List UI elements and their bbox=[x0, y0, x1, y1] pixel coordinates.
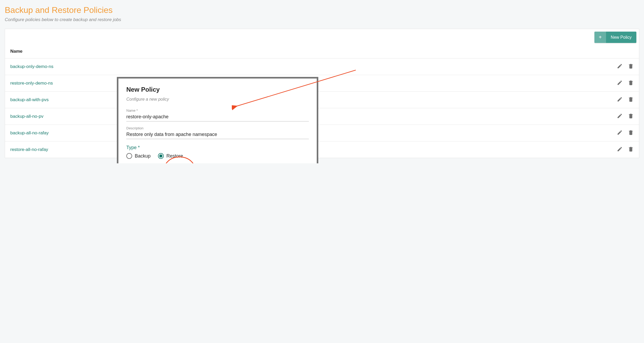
table-row: backup-only-demo-ns bbox=[5, 58, 639, 75]
type-field-label: Type * bbox=[126, 145, 309, 150]
type-radio-group: Backup Restore bbox=[126, 153, 309, 159]
policy-link[interactable]: restore-only-demo-ns bbox=[10, 81, 53, 86]
table-header-name: Name bbox=[5, 45, 639, 58]
new-policy-button[interactable]: + New Policy bbox=[594, 32, 636, 43]
radio-restore[interactable]: Restore bbox=[158, 153, 183, 159]
radio-backup-label: Backup bbox=[135, 153, 151, 159]
edit-icon[interactable] bbox=[617, 63, 623, 70]
table-row: backup-all-no-rafay bbox=[5, 125, 639, 141]
delete-icon[interactable] bbox=[628, 80, 634, 87]
policy-link[interactable]: backup-all-with-pvs bbox=[10, 97, 49, 102]
name-field-label: Name * bbox=[126, 109, 309, 112]
plus-icon: + bbox=[594, 32, 606, 43]
table-row: restore-all-no-rafay bbox=[5, 141, 639, 158]
delete-icon[interactable] bbox=[628, 146, 634, 153]
new-policy-label: New Policy bbox=[606, 32, 636, 43]
edit-icon[interactable] bbox=[617, 96, 623, 103]
modal-subtitle: Configure a new policy bbox=[126, 97, 309, 102]
page-title: Backup and Restore Policies bbox=[5, 5, 639, 15]
radio-restore-label: Restore bbox=[166, 153, 183, 159]
edit-icon[interactable] bbox=[617, 80, 623, 87]
edit-icon[interactable] bbox=[617, 113, 623, 120]
description-field-label: Description bbox=[126, 126, 309, 130]
row-actions bbox=[617, 63, 634, 70]
radio-icon bbox=[158, 153, 164, 159]
edit-icon[interactable] bbox=[617, 146, 623, 153]
delete-icon[interactable] bbox=[628, 63, 634, 70]
table-row: restore-only-demo-ns bbox=[5, 75, 639, 92]
row-actions bbox=[617, 130, 634, 136]
policies-card: + New Policy Name backup-only-demo-nsres… bbox=[5, 29, 639, 158]
page-subtitle: Configure policies below to create backu… bbox=[5, 17, 639, 22]
name-input[interactable] bbox=[126, 113, 309, 121]
edit-icon[interactable] bbox=[617, 130, 623, 136]
delete-icon[interactable] bbox=[628, 113, 634, 120]
radio-backup[interactable]: Backup bbox=[126, 153, 151, 159]
row-actions bbox=[617, 80, 634, 87]
description-input[interactable] bbox=[126, 131, 309, 139]
delete-icon[interactable] bbox=[628, 130, 634, 136]
policy-link[interactable]: restore-all-no-rafay bbox=[10, 147, 48, 152]
row-actions bbox=[617, 96, 634, 103]
row-actions bbox=[617, 113, 634, 120]
card-toolbar: + New Policy bbox=[5, 29, 639, 45]
modal-title: New Policy bbox=[126, 86, 309, 93]
delete-icon[interactable] bbox=[628, 96, 634, 103]
policy-link[interactable]: backup-only-demo-ns bbox=[10, 64, 53, 69]
policy-link[interactable]: backup-all-no-pv bbox=[10, 114, 44, 119]
table-row: backup-all-no-pv bbox=[5, 108, 639, 125]
policy-link[interactable]: backup-all-no-rafay bbox=[10, 130, 49, 136]
radio-icon bbox=[126, 153, 132, 159]
new-policy-modal: New Policy Configure a new policy Name *… bbox=[118, 79, 317, 163]
table-row: backup-all-with-pvs bbox=[5, 92, 639, 108]
row-actions bbox=[617, 146, 634, 153]
